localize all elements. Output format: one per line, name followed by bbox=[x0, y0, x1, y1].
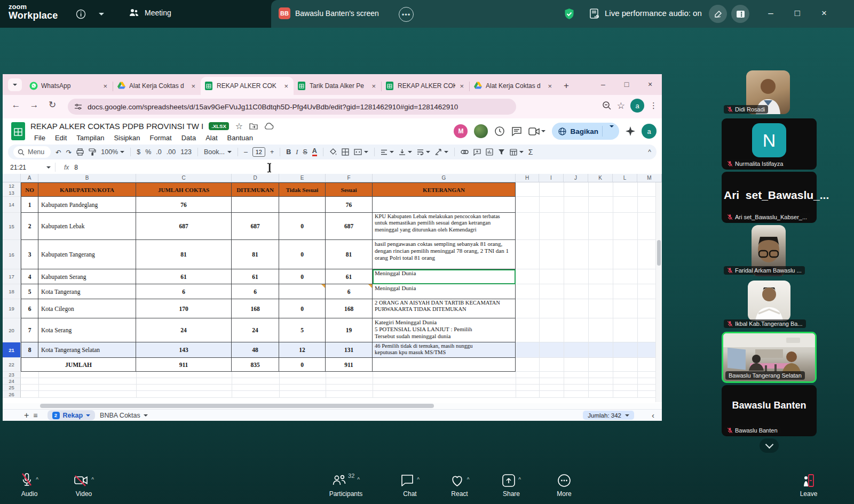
decrease-font-size-button[interactable]: – bbox=[244, 148, 248, 156]
table-cell[interactable]: 687 bbox=[136, 213, 232, 240]
text-wrap-button[interactable] bbox=[417, 149, 430, 155]
empty-cells[interactable] bbox=[21, 372, 656, 378]
meet-camera-button[interactable] bbox=[528, 127, 545, 135]
column-header-b[interactable]: B bbox=[38, 174, 136, 182]
table-cell[interactable]: Meninggal Dunia bbox=[373, 284, 516, 299]
row-header[interactable]: 22 bbox=[3, 358, 21, 372]
table-cell[interactable]: Kota Tangerang Selatan bbox=[38, 342, 136, 358]
insert-chart-icon[interactable] bbox=[486, 148, 493, 156]
redo-icon[interactable]: ↷ bbox=[66, 148, 72, 156]
table-cell[interactable]: 24 bbox=[136, 318, 232, 342]
browser-tab-sheets-active[interactable]: REKAP ALKER COK × bbox=[201, 77, 294, 95]
participant-tile-nurmalita[interactable]: N Nurmalita Istifayza bbox=[722, 118, 817, 170]
column-header-d[interactable]: D bbox=[232, 174, 279, 182]
audio-options-caret[interactable]: ^ bbox=[36, 477, 38, 483]
participant-tile-bawaslu-tangsel[interactable]: Bawaslu Tangerang Selatan bbox=[722, 332, 817, 383]
increase-font-size-button[interactable]: + bbox=[270, 148, 274, 156]
cloud-status-icon[interactable] bbox=[264, 123, 274, 130]
tab-close-icon[interactable]: × bbox=[283, 82, 289, 90]
more-button[interactable]: More bbox=[541, 471, 587, 498]
column-header-j[interactable]: J bbox=[564, 174, 588, 182]
column-header-e[interactable]: E bbox=[279, 174, 326, 182]
filter-icon[interactable] bbox=[498, 149, 505, 155]
account-avatar[interactable]: a bbox=[642, 124, 657, 139]
table-cell[interactable]: 0 bbox=[279, 240, 326, 269]
column-header-c[interactable]: C bbox=[136, 174, 232, 182]
row-header[interactable]: 26 bbox=[3, 391, 21, 398]
print-icon[interactable] bbox=[76, 148, 84, 156]
empty-cells[interactable] bbox=[21, 378, 656, 385]
total-label-cell[interactable]: JUMLAH bbox=[21, 358, 136, 372]
header-cell-kabupaten[interactable]: KABUPATEN/KOTA bbox=[38, 182, 136, 197]
row-header[interactable]: 23 bbox=[3, 372, 21, 378]
fill-color-icon[interactable] bbox=[329, 148, 337, 156]
row-header-selected[interactable]: 21 bbox=[3, 342, 21, 358]
row-header[interactable]: 20 bbox=[3, 318, 21, 342]
site-settings-icon[interactable] bbox=[74, 103, 82, 111]
column-header-k[interactable]: K bbox=[588, 174, 613, 182]
empty-cells[interactable] bbox=[21, 385, 656, 391]
menu-file[interactable]: File bbox=[30, 133, 49, 143]
table-cell[interactable]: Kategiri Meninggal Dunia 5 POTENSIAL USI… bbox=[373, 318, 516, 342]
table-cell[interactable] bbox=[279, 197, 326, 213]
table-cell[interactable]: Kota Cilegon bbox=[38, 299, 136, 318]
table-views-button[interactable] bbox=[510, 149, 524, 156]
participant-tile-ari[interactable]: Ari set_Bawaslu_... Ari set_Bawaslu_Kabs… bbox=[722, 172, 817, 223]
gemini-icon[interactable] bbox=[626, 126, 635, 136]
row-header[interactable]: 24 bbox=[3, 378, 21, 385]
browser-tab-whatsapp[interactable]: WhatsApp × bbox=[25, 77, 113, 95]
browser-profile-avatar[interactable]: a bbox=[630, 99, 644, 113]
table-cell[interactable]: 5 bbox=[21, 284, 38, 299]
layout-view-icon[interactable] bbox=[731, 5, 749, 23]
table-cell[interactable]: Kota Serang bbox=[38, 318, 136, 342]
collapse-toolbar-icon[interactable]: ^ bbox=[648, 148, 651, 156]
browser-tab-drive-1[interactable]: Alat Kerja Coktas d × bbox=[113, 77, 201, 95]
table-cell[interactable]: 5 bbox=[279, 318, 326, 342]
vertical-align-button[interactable] bbox=[399, 149, 412, 155]
forward-icon[interactable]: → bbox=[25, 100, 43, 110]
audio-button[interactable]: ^ Audio bbox=[6, 471, 52, 498]
table-cell[interactable] bbox=[232, 197, 279, 213]
empty-cells[interactable] bbox=[21, 391, 656, 398]
table-cell[interactable]: 687 bbox=[326, 213, 373, 240]
vertical-scrollbar[interactable] bbox=[655, 182, 662, 402]
back-icon[interactable]: ← bbox=[7, 100, 25, 110]
column-header-a[interactable]: A bbox=[21, 174, 38, 182]
column-header-h[interactable]: H bbox=[516, 174, 539, 182]
table-cell[interactable]: 168 bbox=[232, 299, 279, 318]
tab-close-icon[interactable]: × bbox=[458, 82, 465, 90]
borders-icon[interactable] bbox=[342, 148, 349, 156]
menu-sisipkan[interactable]: Sisipkan bbox=[110, 133, 144, 143]
react-options-caret[interactable]: ^ bbox=[467, 477, 470, 483]
url-bar[interactable]: docs.google.com/spreadsheets/d/15av9GeFV… bbox=[68, 99, 516, 115]
tab-close-icon[interactable]: × bbox=[370, 82, 377, 90]
chevron-down-icon[interactable] bbox=[99, 13, 104, 15]
total-cell[interactable]: 911 bbox=[326, 358, 373, 372]
table-cell[interactable]: 3 bbox=[21, 240, 38, 269]
tab-close-icon[interactable]: × bbox=[190, 82, 196, 90]
horizontal-align-button[interactable] bbox=[381, 149, 394, 155]
video-button[interactable]: ^ Video bbox=[61, 471, 107, 498]
table-cell[interactable]: 7 bbox=[21, 318, 38, 342]
header-cell-tidak-sesuai[interactable]: Tidak Sesuai bbox=[279, 182, 326, 197]
share-options-caret[interactable] bbox=[606, 127, 617, 135]
annotate-button[interactable] bbox=[709, 5, 727, 23]
comments-icon[interactable] bbox=[511, 126, 522, 137]
row-header[interactable]: 14 bbox=[3, 197, 21, 213]
row-header[interactable]: 12 13 bbox=[3, 182, 21, 197]
column-header-i[interactable]: I bbox=[539, 174, 564, 182]
format-percent-button[interactable]: % bbox=[145, 148, 151, 156]
table-cell[interactable]: 4 bbox=[21, 269, 38, 284]
participant-tile-didi-rosadi[interactable]: Didi Rosadi bbox=[722, 69, 817, 115]
table-cell[interactable]: 6 bbox=[21, 299, 38, 318]
vertical-scrollbar-thumb[interactable] bbox=[657, 240, 661, 266]
table-cell[interactable]: 2 bbox=[21, 213, 38, 240]
header-cell-no[interactable]: NO bbox=[21, 182, 38, 197]
table-cell[interactable] bbox=[373, 197, 516, 213]
share-button[interactable]: Bagikan bbox=[552, 123, 619, 140]
react-button[interactable]: ^ React bbox=[437, 471, 483, 498]
bold-button[interactable]: B bbox=[286, 148, 291, 156]
table-cell[interactable]: 81 bbox=[136, 240, 232, 269]
header-cell-jumlah-coktas[interactable]: JUMLAH COKTAS bbox=[136, 182, 232, 197]
table-cell[interactable]: 61 bbox=[232, 269, 279, 284]
